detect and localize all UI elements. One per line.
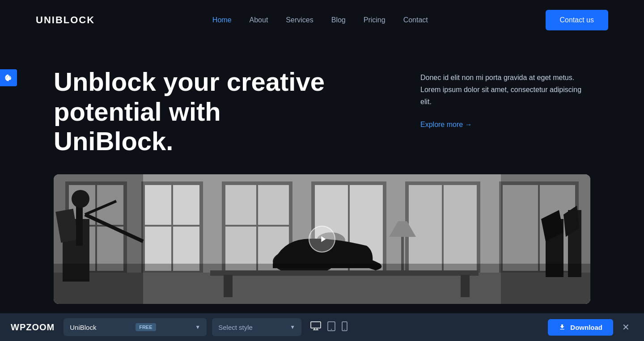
svg-rect-39	[311, 322, 321, 328]
svg-point-44	[331, 329, 332, 330]
hero-description: Donec id elit non mi porta gravida at eg…	[420, 72, 590, 108]
style-selector[interactable]: Select style ▼	[212, 318, 301, 336]
header: UNIBLOCK Home About Services Blog Pricin…	[0, 0, 644, 40]
nav-about[interactable]: About	[250, 16, 268, 24]
close-button[interactable]: ✕	[619, 320, 633, 334]
tablet-icon[interactable]	[327, 321, 335, 333]
style-dropdown-icon: ▼	[290, 324, 295, 330]
main-nav: Home About Services Blog Pricing Contact	[212, 16, 428, 24]
theme-dropdown-icon: ▼	[195, 324, 200, 330]
download-label: Download	[570, 324, 602, 331]
hero-left: Unblock your creative potential with Uni…	[54, 67, 385, 156]
logo: UNIBLOCK	[36, 14, 95, 26]
wpzoom-logo: WPZOOM	[11, 322, 55, 333]
hero-section: Unblock your creative potential with Uni…	[0, 40, 644, 174]
bottom-bar: WPZOOM UniBlock FREE ▼ Select style ▼	[0, 313, 644, 341]
side-palette-icon[interactable]	[0, 69, 17, 86]
theme-selector[interactable]: UniBlock FREE ▼	[64, 318, 207, 336]
nav-home[interactable]: Home	[212, 16, 232, 24]
svg-rect-38	[54, 264, 590, 304]
contact-us-button[interactable]: Contact us	[546, 10, 608, 30]
nav-services[interactable]: Services	[286, 16, 313, 24]
device-icons	[310, 321, 347, 333]
free-badge: FREE	[136, 323, 156, 331]
explore-more-link[interactable]: Explore more →	[420, 121, 472, 128]
nav-pricing[interactable]: Pricing	[364, 16, 386, 24]
nav-blog[interactable]: Blog	[331, 16, 346, 24]
hero-right: Donec id elit non mi porta gravida at eg…	[420, 67, 590, 129]
hero-title: Unblock your creative potential with Uni…	[54, 67, 340, 156]
style-placeholder: Select style	[218, 324, 253, 331]
download-icon	[559, 324, 566, 331]
desktop-icon[interactable]	[310, 321, 321, 333]
theme-name: UniBlock	[70, 324, 96, 331]
nav-contact[interactable]: Contact	[403, 16, 428, 24]
play-button[interactable]	[309, 226, 335, 253]
svg-point-46	[344, 329, 345, 330]
download-button[interactable]: Download	[548, 319, 613, 336]
video-section	[0, 174, 644, 304]
mobile-icon[interactable]	[342, 321, 347, 333]
video-container	[54, 174, 590, 304]
